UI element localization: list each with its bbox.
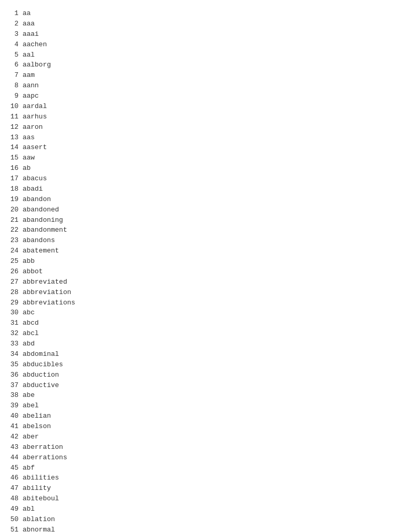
list-item: 21 abandoning xyxy=(10,215,389,225)
list-item: 2 aaa xyxy=(10,19,389,29)
list-item: 32 abcl xyxy=(10,328,389,339)
list-item: 12 aaron xyxy=(10,122,389,132)
list-item: 26 abbot xyxy=(10,267,389,277)
list-item: 25 abb xyxy=(10,256,389,267)
list-item: 22 abandonment xyxy=(10,225,389,235)
list-item: 40 abelian xyxy=(10,411,389,421)
list-item: 7 aam xyxy=(10,70,389,81)
list-item: 35 abducibles xyxy=(10,360,389,370)
list-item: 18 abadi xyxy=(10,184,389,194)
list-item: 46 abilities xyxy=(10,473,389,483)
list-item: 45 abf xyxy=(10,463,389,473)
list-item: 30 abc xyxy=(10,308,389,318)
list-item: 11 aarhus xyxy=(10,112,389,122)
list-item: 39 abel xyxy=(10,401,389,411)
list-item: 48 abiteboul xyxy=(10,494,389,504)
list-item: 27 abbreviated xyxy=(10,277,389,287)
list-item: 37 abductive xyxy=(10,380,389,391)
list-item: 8 aann xyxy=(10,81,389,91)
list-item: 28 abbreviation xyxy=(10,287,389,298)
list-item: 4 aachen xyxy=(10,39,389,50)
list-item: 31 abcd xyxy=(10,318,389,328)
list-item: 14 aasert xyxy=(10,142,389,153)
list-item: 44 aberrations xyxy=(10,453,389,463)
list-item: 10 aardal xyxy=(10,101,389,112)
list-item: 24 abatement xyxy=(10,246,389,256)
list-item: 3 aaai xyxy=(10,29,389,39)
list-item: 5 aal xyxy=(10,50,389,60)
list-item: 13 aas xyxy=(10,132,389,143)
list-item: 20 abandoned xyxy=(10,205,389,215)
list-item: 36 abduction xyxy=(10,370,389,380)
list-item: 47 ability xyxy=(10,483,389,494)
list-item: 16 ab xyxy=(10,163,389,174)
list-item: 49 abl xyxy=(10,504,389,514)
list-item: 1 aa xyxy=(10,8,389,19)
list-item: 29 abbreviations xyxy=(10,298,389,308)
list-item: 50 ablation xyxy=(10,514,389,525)
list-item: 34 abdominal xyxy=(10,349,389,360)
word-list: 1 aa 2 aaa 3 aaai 4 aachen 5 aal 6 aalbo… xyxy=(10,8,389,532)
list-item: 38 abe xyxy=(10,390,389,401)
list-item: 42 aber xyxy=(10,432,389,442)
list-item: 17 abacus xyxy=(10,174,389,184)
list-item: 23 abandons xyxy=(10,235,389,246)
list-item: 19 abandon xyxy=(10,194,389,205)
list-item: 51 abnormal xyxy=(10,525,389,532)
list-item: 6 aalborg xyxy=(10,60,389,70)
list-item: 33 abd xyxy=(10,339,389,349)
list-item: 9 aapc xyxy=(10,91,389,101)
list-item: 41 abelson xyxy=(10,421,389,432)
list-item: 15 aaw xyxy=(10,153,389,163)
list-item: 43 aberration xyxy=(10,442,389,453)
